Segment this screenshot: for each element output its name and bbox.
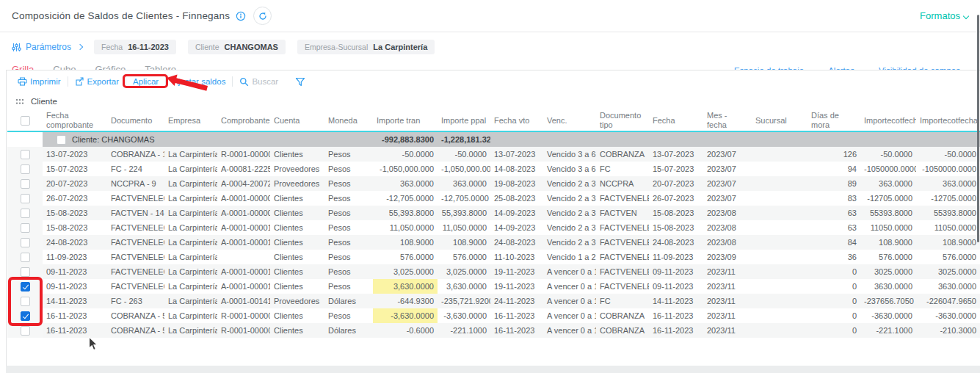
column-header-select[interactable] bbox=[7, 110, 43, 131]
column-header-comprobante[interactable]: Comprobante bbox=[217, 110, 270, 131]
column-header-empresa[interactable]: Empresa bbox=[164, 110, 217, 131]
column-header-sucursal[interactable]: Sucursal bbox=[752, 110, 807, 131]
table-row[interactable]: 15-08-2023FACTVEN - 141La CarpinteríaA-0… bbox=[7, 206, 980, 220]
row-checkbox[interactable] bbox=[21, 253, 30, 262]
table-row[interactable]: 16-11-2023COBRANZA - 5La CarpinteríaR-00… bbox=[7, 323, 980, 338]
row-checkbox[interactable] bbox=[21, 326, 30, 336]
column-header-fecha_vto[interactable]: Fecha vto bbox=[490, 110, 543, 131]
table-row[interactable]: 24-08-2023FACTVENELECLa CarpinteríaA-000… bbox=[7, 235, 980, 250]
row-checkbox[interactable] bbox=[21, 297, 30, 306]
cell-importe_tran: 11,050.0000 bbox=[373, 220, 438, 235]
cell-cuenta: Clientes bbox=[270, 147, 324, 162]
cell-sucursal bbox=[752, 264, 807, 279]
cell-sucursal bbox=[752, 323, 807, 338]
cell-importecotfecha_2: 55393.8000 bbox=[916, 206, 980, 220]
cell-dias_mora: 0 bbox=[807, 279, 860, 294]
table-row[interactable]: 09-11-2023FACTVENELECLa CarpinteríaA-000… bbox=[7, 264, 980, 279]
column-header-dias_mora[interactable]: Días de mora bbox=[807, 110, 860, 131]
cell-importe_tran: -12,705.0000 bbox=[373, 191, 438, 206]
param-chip[interactable]: Empresa-SucursalLa Carpintería bbox=[297, 40, 435, 54]
row-checkbox[interactable] bbox=[21, 179, 30, 189]
table-row[interactable]: 15-07-2023FC - 224La CarpinteríaA-00081-… bbox=[7, 162, 980, 176]
row-checkbox[interactable] bbox=[21, 194, 30, 203]
table-row[interactable]: 11-09-2023FACTVENELECLa CarpinteríaClien… bbox=[7, 250, 980, 264]
column-header-cuenta[interactable]: Cuenta bbox=[270, 110, 324, 131]
cell-venc: Vencido 2 a 3 r bbox=[543, 235, 596, 250]
table-row[interactable]: 09-11-2023FACTVENELECLa CarpinteríaA-000… bbox=[7, 279, 980, 294]
table-row[interactable]: 20-07-2023NCCPRA - 9La CarpinteríaA-0004… bbox=[7, 176, 980, 191]
cell-cuenta: Clientes bbox=[270, 220, 324, 235]
toolbar-filter[interactable] bbox=[285, 77, 312, 87]
cell-importe_tran: 55,393.8000 bbox=[373, 206, 438, 220]
param-chip[interactable]: ClienteCHANGOMAS bbox=[188, 40, 286, 54]
sliders-icon bbox=[12, 43, 21, 52]
toolbar-imprimir[interactable]: Imprimir bbox=[11, 77, 68, 86]
cell-importe_ppal: -50.0000 bbox=[438, 147, 490, 162]
cell-moneda: Pesos bbox=[324, 147, 373, 162]
cell-documento: FACTVENELEC bbox=[107, 220, 164, 235]
toolbar-aplicar[interactable]: Aplicar bbox=[126, 77, 165, 86]
row-checkbox[interactable] bbox=[21, 267, 30, 277]
column-header-importecotfecha_1[interactable]: Importecotfecha bbox=[860, 110, 916, 131]
cell-importe_tran: 3,025.0000 bbox=[373, 264, 438, 279]
toolbar-buscar[interactable]: Buscar bbox=[233, 77, 285, 87]
column-header-importe_tran[interactable]: Importe tran bbox=[373, 110, 438, 131]
group-chip[interactable]: Cliente bbox=[31, 97, 57, 106]
row-checkbox[interactable] bbox=[21, 282, 30, 291]
row-checkbox[interactable] bbox=[21, 223, 30, 233]
toolbar-exportar[interactable]: Exportar bbox=[68, 77, 126, 86]
column-header-fecha[interactable]: Fecha bbox=[649, 110, 703, 131]
row-checkbox[interactable] bbox=[21, 238, 30, 247]
column-header-documento_tipo[interactable]: Documento tipo bbox=[596, 110, 649, 131]
cell-dias_mora: 0 bbox=[807, 294, 860, 308]
formatos-menu[interactable]: Formatos bbox=[920, 10, 968, 21]
param-chip[interactable]: Fecha16-11-2023 bbox=[94, 40, 176, 54]
select-all-checkbox[interactable] bbox=[21, 116, 30, 126]
cell-fecha_vto: 11-10-2023 bbox=[490, 250, 543, 264]
group-total-importe-tran: -992,883.8300 bbox=[373, 131, 438, 147]
param-chips: Fecha16-11-2023ClienteCHANGOMASEmpresa-S… bbox=[94, 40, 435, 54]
column-header-documento[interactable]: Documento bbox=[107, 110, 164, 131]
table-row[interactable]: 15-08-2023FACTVENELECLa CarpinteríaA-000… bbox=[7, 220, 980, 235]
column-header-fecha_comprobante[interactable]: Fecha comprobante bbox=[43, 110, 107, 131]
column-header-mes_fecha[interactable]: Mes - fecha bbox=[703, 110, 752, 131]
cell-fecha: 15-08-2023 bbox=[649, 220, 703, 235]
cell-fecha: 26-07-2023 bbox=[649, 191, 703, 206]
group-checkbox[interactable] bbox=[57, 135, 66, 145]
row-checkbox[interactable] bbox=[21, 209, 30, 218]
cell-importe_tran: 3,630.0000 bbox=[373, 279, 438, 294]
group-row-label: Cliente: CHANGOMAS bbox=[72, 135, 154, 144]
cell-fecha_vto: 19-08-2023 bbox=[490, 176, 543, 191]
cell-mes_fecha: 2023/11 bbox=[703, 294, 752, 308]
column-header-moneda[interactable]: Moneda bbox=[324, 110, 373, 131]
cell-importecotfecha_1: 108.9000 bbox=[860, 235, 916, 250]
toolbar-ajustar-saldos[interactable]: Ajustar saldos bbox=[166, 77, 232, 86]
vertical-scrollbar-thumb[interactable] bbox=[977, 15, 979, 242]
group-row[interactable]: Cliente: CHANGOMAS-992,883.8300-1,228,18… bbox=[7, 131, 980, 147]
row-checkbox[interactable] bbox=[21, 150, 30, 159]
table-row[interactable]: 14-11-2023FC - 263La CarpinteríaA-0001-0… bbox=[7, 294, 980, 308]
table-row[interactable]: 13-07-2023COBRANZA - 1La CarpinteríaR-00… bbox=[7, 147, 980, 162]
info-icon[interactable] bbox=[236, 11, 246, 21]
horizontal-scrollbar-track bbox=[6, 366, 980, 373]
table-row[interactable]: 16-11-2023COBRANZA - 5La CarpinteríaR-00… bbox=[7, 308, 980, 323]
cell-mes_fecha: 2023/11 bbox=[703, 308, 752, 323]
row-checkbox[interactable] bbox=[21, 164, 30, 174]
cell-mes_fecha: 2023/11 bbox=[703, 264, 752, 279]
param-chip-label: Fecha bbox=[101, 43, 123, 51]
cell-cuenta: Clientes bbox=[270, 308, 324, 323]
column-header-importe_ppal[interactable]: Importe ppal bbox=[438, 110, 490, 131]
cell-sucursal bbox=[752, 235, 807, 250]
cell-documento_tipo: FC bbox=[596, 294, 649, 308]
export-icon bbox=[75, 77, 84, 86]
refresh-button[interactable] bbox=[253, 7, 272, 25]
cell-comprobante: A-0004-20072 bbox=[217, 176, 270, 191]
column-header-venc[interactable]: Venc. bbox=[543, 110, 596, 131]
cell-venc: A vencer 0 a 1 bbox=[543, 294, 596, 308]
column-header-importecotfecha_2[interactable]: Importecotfecha bbox=[916, 110, 980, 131]
group-by-bar: Cliente bbox=[7, 93, 980, 110]
parameters-toggle[interactable]: Parámetros bbox=[12, 42, 82, 52]
row-checkbox[interactable] bbox=[21, 311, 30, 321]
cell-fecha_vto: 19-11-2023 bbox=[490, 264, 543, 279]
table-row[interactable]: 26-07-2023FACTVENELECLa CarpinteríaA-000… bbox=[7, 191, 980, 206]
